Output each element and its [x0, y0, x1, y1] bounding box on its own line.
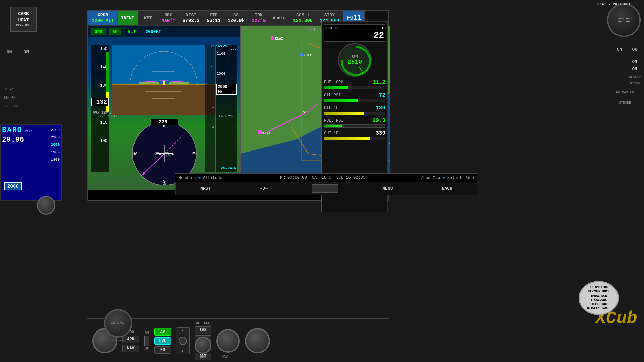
vs-dn-arrow: ▼	[182, 350, 184, 353]
right-on-labels: ON ON	[617, 47, 637, 52]
ap-lvl-group: AP LVL FD	[154, 328, 171, 354]
fuel-gph-bar	[324, 86, 348, 89]
lvl-btn[interactable]: LVL	[154, 337, 171, 345]
wpt-btn[interactable]: WPT	[138, 11, 158, 25]
aux-dimmer-knob[interactable]: AUX DIMMER	[104, 309, 132, 338]
baro-alt-2200: 2200	[51, 126, 60, 134]
oil-f-label: OIL °F	[324, 106, 338, 110]
alt-current-box: 2000 90	[216, 84, 237, 95]
com1-btn[interactable]: COM 1 121.300	[289, 11, 316, 25]
spd-110: 110	[100, 120, 107, 125]
man-in-value: 22	[325, 30, 384, 40]
svg-line-44	[359, 67, 363, 72]
com1-label: COM 1	[296, 13, 309, 18]
speed-current-box: 132	[91, 98, 109, 106]
ap-right-knob[interactable]	[245, 328, 270, 353]
xpdr-value: 1200 ALT	[92, 18, 114, 24]
strobe-on-2: ON	[629, 66, 641, 73]
compass-24: 24	[166, 152, 170, 155]
ete-label: ETE	[210, 13, 217, 18]
mfd-container: XPDR 1200 ALT IDENT WPT BRG NaN°m DIST 6…	[87, 10, 389, 201]
alt-mode: ALT	[124, 28, 139, 35]
trk-btn[interactable]: TRK 227°m	[248, 11, 269, 25]
alt-top-dash: ---	[230, 48, 236, 51]
nrst-btn[interactable]: NRST	[195, 185, 216, 192]
dist-label: DIST	[186, 13, 196, 18]
ident-btn[interactable]: IDENT	[118, 11, 138, 25]
left-on-2: ON	[24, 50, 29, 55]
cabin-heat-label: CABIN HEATPULL HOT	[616, 17, 632, 23]
baro-panel: BARO PUSH 29.96 2200 2100 2000 1900 1800…	[0, 124, 62, 201]
brg-label: BRG	[165, 13, 172, 18]
ete-btn[interactable]: ETE 56:11	[203, 11, 224, 25]
man-in-label: MAN IN	[325, 26, 339, 30]
mode-bar: GPS AP ALT 2000FT	[88, 26, 240, 37]
n-lh-label: -N-LH	[3, 87, 19, 91]
audio-btn[interactable]: Audio	[269, 11, 289, 25]
strobe-on-1: ON	[629, 59, 641, 66]
aux-dimmer-group: AUX DIMMER PLACARDS	[104, 309, 132, 342]
vsi-n1b: -1	[210, 105, 214, 109]
strobe-label-2: STROBE	[629, 81, 641, 87]
wpt-label: WPT	[144, 16, 152, 21]
gs-btn[interactable]: GS 120.9k	[224, 11, 248, 25]
fd-btn[interactable]: FD	[154, 346, 171, 354]
right-on-2: ON	[632, 47, 637, 52]
menu-btn[interactable]: MENU	[377, 185, 398, 192]
dn-up-group: DN UP	[144, 331, 149, 351]
back-btn[interactable]: BACK	[437, 185, 458, 192]
fuel-pmp-label: FUEL PMP	[3, 105, 19, 108]
hdg-knob[interactable]	[195, 337, 211, 354]
alt-2000: 2000	[217, 72, 225, 76]
stby-label: STBY	[324, 13, 335, 18]
ias-btn[interactable]: IAS	[195, 326, 211, 334]
nav-knob-label: NAV	[222, 355, 228, 359]
dn-up-switch[interactable]	[144, 336, 149, 346]
baro-push: PUSH	[25, 129, 33, 133]
oil-f-row: OIL °F 180	[324, 105, 385, 115]
adi-svg	[112, 45, 216, 115]
baro-knob[interactable]	[37, 196, 55, 215]
dist-btn[interactable]: DIST 6792.3	[179, 11, 203, 25]
oil-psi-value: 72	[379, 92, 385, 98]
svg-point-30	[163, 153, 165, 155]
man-in-display: MAN IN ▶ 22	[324, 24, 385, 42]
cabin-heat-knob[interactable]: CABIN HEATPULL HOT	[607, 3, 641, 37]
fuel-gph-value: 11.2	[373, 79, 385, 85]
fuel-psi-value: 29.3	[373, 118, 385, 124]
direct-btn[interactable]: -D→	[255, 185, 273, 192]
klax-label: KLAX	[271, 36, 283, 41]
center-btn[interactable]	[312, 184, 338, 193]
ap-btn[interactable]: AP	[154, 328, 171, 336]
cht-f-value: 339	[376, 130, 385, 136]
fuel-psi-row: FUEL PSI 29.3	[324, 118, 385, 128]
master-strobe-labels: ON ON MASTER STROBE	[629, 59, 641, 87]
fuel-gph-label: FUEL GPH	[324, 80, 343, 85]
gs-label: GS	[233, 13, 239, 18]
cht-f-row: CHT °F 339	[324, 130, 385, 140]
ksli-label: KSLI	[300, 53, 312, 57]
oil-psi-label: OIL PSI	[324, 93, 341, 98]
brg-btn[interactable]: BRG NaN°m	[158, 11, 179, 25]
up-label: UP	[145, 347, 149, 351]
speed-tape: 150 140 130 120 110 100 132	[91, 45, 109, 172]
baro-alt-box: 2000	[4, 182, 22, 190]
baro-alt-2100: 2100	[51, 134, 60, 141]
svg-text:DN: DN	[163, 182, 166, 185]
status-bar: Heading ⊕ Altitude TMR 00:00:00 OAT 16°C…	[175, 173, 477, 182]
left-switches: -N-LH IGN-RH FUEL PMP	[3, 87, 19, 108]
hdg-spacer	[216, 337, 233, 354]
right-on-1: ON	[617, 47, 622, 52]
spd-100: 100	[100, 139, 107, 143]
brg-value: NaN°m	[161, 18, 175, 24]
nav-btn-ap[interactable]: NAV	[122, 345, 139, 352]
trk-value: 227°m	[252, 18, 266, 24]
xpdr-label: XPDR	[98, 13, 108, 18]
svg-rect-9	[163, 81, 165, 85]
gps-mode: GPS	[91, 28, 106, 35]
aux-dimmer-sub: PLACARDS	[112, 339, 124, 342]
vsi-area: -2 -1 -1 -2	[205, 45, 215, 172]
xpdr-btn[interactable]: XPDR 1200 ALT	[88, 11, 118, 25]
svg-rect-0	[112, 45, 216, 85]
carb-heat-sub: PULL HOT	[16, 23, 31, 27]
